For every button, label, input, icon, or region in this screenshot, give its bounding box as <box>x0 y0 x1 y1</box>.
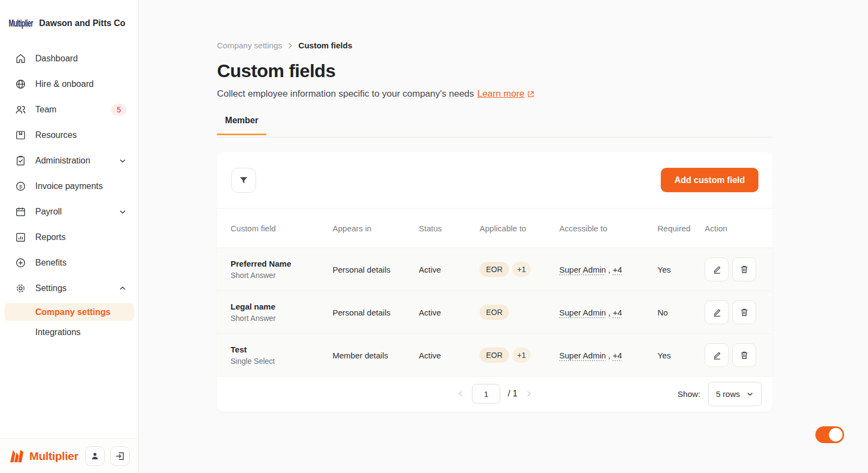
company-name: Dawson and Pitts Co <box>39 18 125 28</box>
sidebar-subitem-label: Company settings <box>35 307 111 317</box>
next-page-icon[interactable] <box>525 390 533 398</box>
header-status: Status <box>419 224 480 233</box>
custom-fields-card: Add custom field Custom field Appears in… <box>217 152 773 412</box>
cell-status: Active <box>419 265 480 274</box>
trash-icon <box>739 307 749 317</box>
accessible-role-link[interactable]: Super Admin <box>559 308 606 317</box>
cell-accessible-to: Super Admin , +4 <box>559 308 658 317</box>
edit-button[interactable] <box>705 300 729 324</box>
profile-button[interactable] <box>85 446 105 466</box>
applicable-more-badge[interactable]: +1 <box>512 262 531 277</box>
subtitle-text: Collect employee information specific to… <box>217 89 474 99</box>
tab-member[interactable]: Member <box>217 116 266 135</box>
logout-icon <box>114 451 125 462</box>
sidebar-item-label: Settings <box>35 283 110 293</box>
add-custom-field-button[interactable]: Add custom field <box>661 168 758 192</box>
cell-required: Yes <box>658 351 705 360</box>
header-applicable-to: Applicable to <box>480 224 559 233</box>
filter-icon <box>238 175 249 186</box>
globe-icon <box>15 78 27 90</box>
table-footer: 1 / 1 Show: 5 rows <box>217 377 773 411</box>
calendar-icon <box>15 206 27 218</box>
sidebar-item-administration[interactable]: Administration <box>0 148 138 173</box>
cell-status: Active <box>419 351 480 360</box>
accessible-separator: , <box>608 351 610 360</box>
people-icon <box>15 104 27 116</box>
cell-actions <box>705 300 759 324</box>
accessible-separator: , <box>608 265 610 274</box>
delete-button[interactable] <box>732 343 756 367</box>
edit-button[interactable] <box>705 257 729 281</box>
page-subtitle: Collect employee information specific to… <box>217 89 535 99</box>
sidebar-subitem-label: Integrations <box>35 327 81 337</box>
field-type: Single Select <box>231 357 333 365</box>
sidebar-item-hire-onboard[interactable]: Hire & onboard <box>0 71 138 97</box>
accessible-more-link[interactable]: +4 <box>612 308 622 317</box>
home-icon <box>15 53 27 65</box>
sidebar-item-reports[interactable]: Reports <box>0 224 138 250</box>
accessible-role-link[interactable]: Super Admin <box>559 265 606 274</box>
main-content: Company settings Custom fields Custom fi… <box>139 0 868 473</box>
person-icon <box>90 451 100 462</box>
delete-button[interactable] <box>732 257 756 281</box>
cell-required: Yes <box>658 265 705 274</box>
header-required: Required <box>658 224 705 233</box>
delete-button[interactable] <box>732 300 756 324</box>
clipboard-check-icon <box>15 155 27 167</box>
page-number-input[interactable]: 1 <box>472 384 500 403</box>
edit-button[interactable] <box>705 343 729 367</box>
sidebar-item-dashboard[interactable]: Dashboard <box>0 46 138 71</box>
prev-page-icon[interactable] <box>457 390 464 398</box>
cell-appears-in: Personal details <box>333 265 419 274</box>
chevron-down-icon <box>119 157 126 165</box>
learn-more-link[interactable]: Learn more <box>477 89 535 99</box>
trash-icon <box>739 264 749 274</box>
multiplier-wordmark-small: Multiplier <box>9 17 24 29</box>
cell-applicable-to: EOR+1 <box>480 348 559 363</box>
team-count-badge: 5 <box>111 104 126 116</box>
sidebar: Multiplier Dawson and Pitts Co Dashboard… <box>0 0 139 473</box>
cell-status: Active <box>419 308 480 317</box>
sidebar-item-settings[interactable]: Settings <box>0 275 138 301</box>
rows-per-page-value: 5 rows <box>716 389 740 399</box>
cell-accessible-to: Super Admin , +4 <box>559 351 658 360</box>
sidebar-item-label: Administration <box>35 156 110 166</box>
field-type: Short Answer <box>231 314 333 323</box>
sidebar-item-label: Team <box>35 105 103 115</box>
accessible-more-link[interactable]: +4 <box>612 265 622 274</box>
sidebar-item-payroll[interactable]: Payroll <box>0 199 138 224</box>
cell-actions <box>705 257 759 281</box>
table-header: Custom field Appears in Status Applicabl… <box>217 208 773 248</box>
logout-button[interactable] <box>110 446 130 466</box>
rows-per-page: Show: 5 rows <box>678 382 762 406</box>
field-type: Short Answer <box>231 271 333 280</box>
cell-actions <box>705 343 759 367</box>
chevron-up-icon <box>119 285 126 292</box>
applicable-more-badge[interactable]: +1 <box>512 348 531 363</box>
sidebar-item-resources[interactable]: Resources <box>0 122 138 148</box>
accessible-more-link[interactable]: +4 <box>612 351 622 360</box>
applicable-badge: EOR <box>480 262 509 277</box>
sidebar-subitem-company-settings[interactable]: Company settings <box>4 303 134 321</box>
sidebar-item-team[interactable]: Team 5 <box>0 97 138 122</box>
accessible-role-link[interactable]: Super Admin <box>559 351 606 360</box>
chevron-down-icon <box>119 208 126 216</box>
rows-per-page-select[interactable]: 5 rows <box>708 382 762 406</box>
archive-icon <box>15 129 27 141</box>
multiplier-logo-text: Multiplier <box>29 450 78 463</box>
chevron-down-icon <box>746 390 754 398</box>
gear-icon <box>15 282 27 294</box>
cell-appears-in: Member details <box>333 351 419 360</box>
sidebar-subitem-integrations[interactable]: Integrations <box>4 323 134 341</box>
applicable-badge: EOR <box>480 305 509 320</box>
table-toolbar: Add custom field <box>217 152 773 208</box>
sidebar-item-invoice-payments[interactable]: $ Invoice payments <box>0 173 138 199</box>
breadcrumb-company-settings[interactable]: Company settings <box>217 41 282 50</box>
filter-button[interactable] <box>231 168 256 193</box>
dollar-circle-icon: $ <box>15 180 27 192</box>
breadcrumb-custom-fields: Custom fields <box>298 41 352 50</box>
widget-toggle[interactable] <box>815 426 844 443</box>
sidebar-item-label: Benefits <box>35 258 126 268</box>
table-row: Test Single Select Member details Active… <box>217 334 773 377</box>
sidebar-item-benefits[interactable]: Benefits <box>0 250 138 275</box>
